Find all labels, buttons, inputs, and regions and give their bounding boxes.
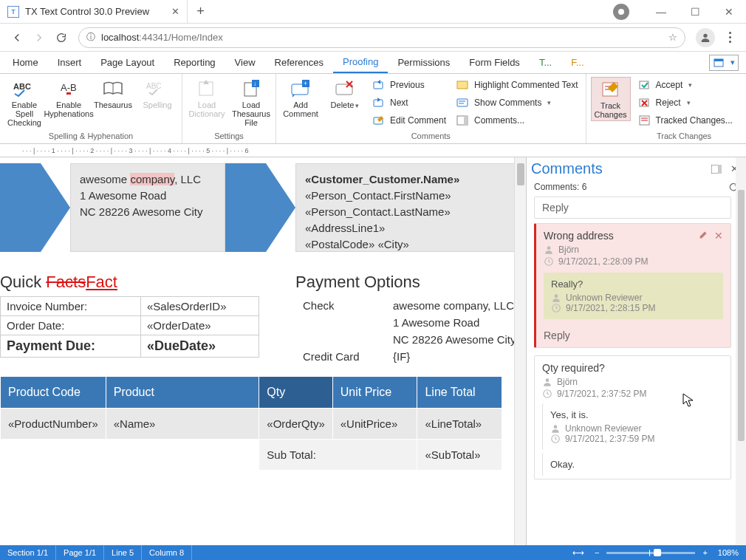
invoice-info-table: Invoice Number:«SalesOrderID» Order Date… <box>0 296 259 358</box>
profile-avatar-icon[interactable] <box>696 28 715 47</box>
overflow-arrow[interactable]: ▶ <box>743 95 746 111</box>
comment1-reply-time: 9/17/2021, 2:28:15 PM <box>566 303 655 313</box>
zoom-in-button[interactable]: + <box>699 545 710 560</box>
new-tab-button[interactable]: + <box>188 4 213 19</box>
reject-button[interactable]: Reject▾ <box>635 95 736 111</box>
tab-permissions[interactable]: Permissions <box>388 52 459 73</box>
enable-hyph-label: Enable Hyphenations <box>44 100 93 118</box>
next-comment-button[interactable]: Next <box>369 95 449 111</box>
status-section[interactable]: Section 1/1 <box>0 545 56 560</box>
tab-reporting[interactable]: Reporting <box>164 52 225 73</box>
address-field[interactable]: ⓘ localhost:44341/Home/Index ☆ <box>78 27 685 48</box>
highlight-commented-button[interactable]: Highlight Commented Text <box>454 77 581 93</box>
horizontal-ruler[interactable]: · · · | · · · · 1 · · · · | · · · · 2 · … <box>0 144 746 157</box>
tracked-changes-button[interactable]: Tracked Changes... <box>635 112 736 129</box>
merge-addr1: «AddressLine1» <box>305 220 516 236</box>
comment1-reply-link[interactable]: Reply <box>536 324 730 347</box>
tab-favicon: T <box>7 6 19 18</box>
show-comments-label: Show Comments <box>474 98 541 108</box>
invoice-num-value: «SalesOrderID» <box>141 297 259 316</box>
person-icon <box>542 377 552 387</box>
merge-customer: «Customer_Customer.Name» <box>305 171 516 188</box>
fit-width-icon[interactable]: ⟷ <box>565 545 592 560</box>
document-scrollbar[interactable] <box>514 157 526 545</box>
document-canvas[interactable]: awesome company, LLC 1 Awesome Road NC 2… <box>0 157 526 471</box>
reload-icon <box>55 32 67 44</box>
reload-button[interactable] <box>50 27 72 49</box>
browser-tab[interactable]: T TX Text Control 30.0 Preview ✕ <box>0 0 188 23</box>
zoom-level[interactable]: 108% <box>711 545 746 560</box>
delete-comment-icon[interactable]: ✕ <box>714 230 723 242</box>
comments-pane-button[interactable]: Comments... <box>454 112 581 129</box>
panel-layout-icon[interactable] <box>709 162 724 177</box>
edit-comment-icon[interactable] <box>699 230 708 242</box>
zoom-out-button[interactable]: − <box>592 545 602 560</box>
edit-comment-button[interactable]: Edit Comment <box>369 112 449 129</box>
quick-facts-heading: Quick FactsFact <box>0 273 295 292</box>
reject-label: Reject <box>656 98 681 108</box>
tab-page-layout[interactable]: Page Layout <box>91 52 164 73</box>
back-button[interactable] <box>6 27 28 49</box>
status-page[interactable]: Page 1/1 <box>56 545 104 560</box>
svg-rect-2 <box>714 59 723 61</box>
view-mode-dropdown[interactable]: ▾ <box>709 55 739 71</box>
enable-spell-checking-button[interactable]: ABC Enable Spell Checking <box>4 77 44 127</box>
previous-comment-button[interactable]: Previous <box>369 77 449 93</box>
comment-card-2[interactable]: Qty required? Björn 9/17/2021, 2:37:52 P… <box>534 355 731 479</box>
svg-point-43 <box>554 425 558 428</box>
prev-change-button[interactable]: P <box>743 77 746 93</box>
load-thes-label: Load Thesaurus File <box>231 100 271 127</box>
load-thesaurus-file-button[interactable]: ↓ Load Thesaurus File <box>231 77 271 127</box>
status-line[interactable]: Line 5 <box>104 545 142 560</box>
comments-panel: Comments ✕ Comments: 6 Reply Wrong addre… <box>526 157 746 545</box>
status-bar: Section 1/1 Page 1/1 Line 5 Column 8 ⟷ −… <box>0 545 746 560</box>
tab-insert[interactable]: Insert <box>48 52 92 73</box>
tab-view[interactable]: View <box>225 52 265 73</box>
add-comment-label: Add Comment <box>281 100 321 118</box>
book-open-icon <box>101 78 125 99</box>
quick-strike: Facts <box>46 273 86 291</box>
add-comment-button[interactable]: + Add Comment <box>281 77 321 118</box>
status-column[interactable]: Column 8 <box>142 545 192 560</box>
minimize-button[interactable]: — <box>644 0 678 24</box>
browser-menu-button[interactable] <box>719 32 740 43</box>
accept-button[interactable]: Accept▾ <box>635 77 736 93</box>
reply-box-top[interactable]: Reply <box>534 197 731 219</box>
comment2-r1-text: Yes, it is. <box>550 409 716 420</box>
spelling-button: ABC Spelling <box>137 77 177 109</box>
reject-icon <box>638 96 651 109</box>
enable-hyphenations-button[interactable]: A-B Enable Hyphenations <box>49 77 89 118</box>
merge-fields-block[interactable]: «Customer_Customer.Name» «Person_Contact… <box>295 163 526 252</box>
comments-pane-icon <box>456 114 470 127</box>
zoom-thumb[interactable] <box>654 549 661 556</box>
scrollbar-thumb[interactable] <box>517 163 524 185</box>
company-address-block[interactable]: awesome company, LLC 1 Awesome Road NC 2… <box>70 163 225 252</box>
comments-scroll-thumb[interactable] <box>738 190 745 441</box>
comment-next-icon <box>372 96 386 109</box>
pay-addr2: 1 Awesome Road <box>387 315 521 330</box>
comments-scrollbar[interactable] <box>736 157 746 545</box>
track-changes-button[interactable]: Track Changes <box>591 77 631 121</box>
delete-comment-button[interactable]: Delete▾ <box>325 77 365 110</box>
bookmark-star-icon[interactable]: ☆ <box>668 32 677 43</box>
tab-f-overflow[interactable]: F... <box>561 52 593 73</box>
maximize-button[interactable]: ☐ <box>678 0 712 24</box>
thesaurus-button[interactable]: Thesaurus <box>93 77 133 109</box>
load-dictionary-button: Load Dictionary <box>187 77 227 118</box>
sh-button[interactable]: Sh <box>743 112 746 129</box>
close-tab-icon[interactable]: ✕ <box>171 6 179 17</box>
close-window-button[interactable]: ✕ <box>712 0 746 24</box>
product-table: Product Code Product Qty Unit Price Line… <box>0 376 502 471</box>
forward-button[interactable] <box>28 27 50 49</box>
svg-text:ABC: ABC <box>13 82 31 91</box>
tab-t-overflow[interactable]: T... <box>530 52 561 73</box>
show-comments-button[interactable]: Show Comments▾ <box>454 95 581 111</box>
tab-references[interactable]: References <box>265 52 333 73</box>
zoom-slider[interactable] <box>606 552 695 554</box>
comment-card-1[interactable]: Wrong address ✕ Björn 9/17/2021, 2:28:09… <box>534 223 731 348</box>
tab-proofing[interactable]: Proofing <box>333 52 388 73</box>
tab-home[interactable]: Home <box>3 52 48 73</box>
account-dot-icon[interactable] <box>613 4 629 20</box>
tab-form-fields[interactable]: Form Fields <box>459 52 530 73</box>
comment2-r1-time: 9/17/2021, 2:37:59 PM <box>565 434 654 444</box>
